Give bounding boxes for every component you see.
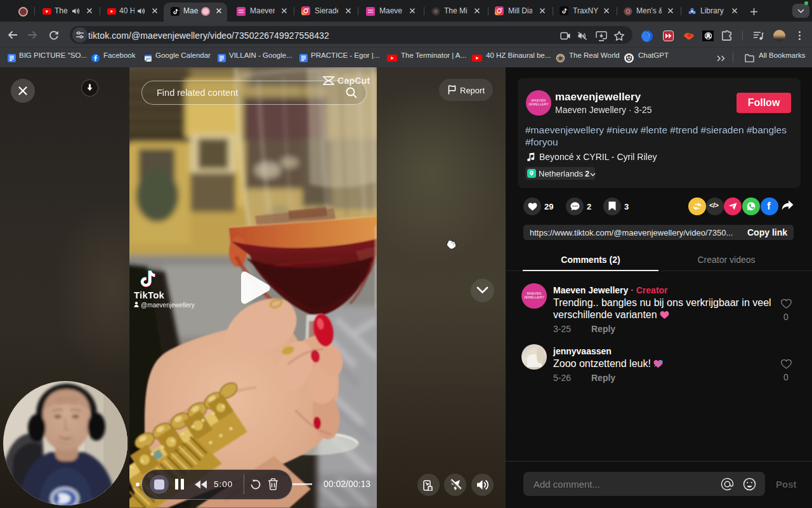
svg-text:27: 27 — [146, 57, 150, 61]
